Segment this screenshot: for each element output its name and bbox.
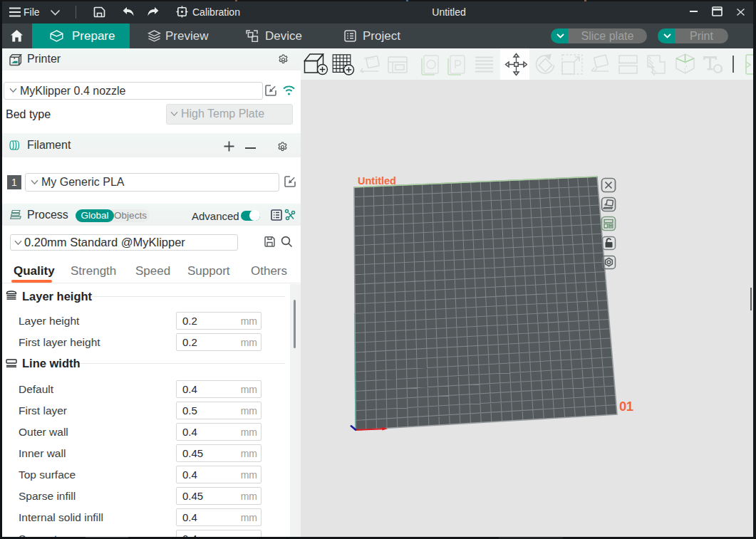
svg-text:AUTO: AUTO (364, 56, 374, 61)
